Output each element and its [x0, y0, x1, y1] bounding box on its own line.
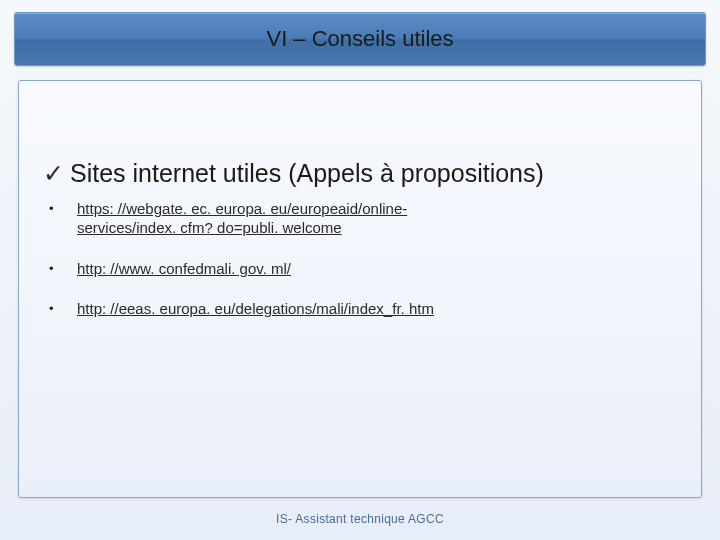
footer-text: IS- Assistant technique AGCC [0, 512, 720, 526]
heading-text: Sites internet utiles (Appels à proposit… [70, 159, 544, 188]
link-list: • https: //webgate. ec. europa. eu/europ… [43, 200, 677, 319]
bullet-icon: • [49, 300, 77, 318]
link-0[interactable]: https: //webgate. ec. europa. eu/europea… [77, 200, 497, 238]
bullet-icon: • [49, 260, 77, 278]
section-heading: ✓ Sites internet utiles (Appels à propos… [43, 159, 677, 188]
title-bar: VI – Conseils utiles [14, 12, 706, 66]
slide-title: VI – Conseils utiles [266, 26, 453, 52]
checkmark-icon: ✓ [43, 161, 64, 186]
list-item: • http: //eeas. europa. eu/delegations/m… [49, 300, 677, 319]
link-2[interactable]: http: //eeas. europa. eu/delegations/mal… [77, 300, 434, 319]
bullet-icon: • [49, 200, 77, 218]
list-item: • https: //webgate. ec. europa. eu/europ… [49, 200, 677, 238]
slide: VI – Conseils utiles ✓ Sites internet ut… [0, 0, 720, 540]
content-box: ✓ Sites internet utiles (Appels à propos… [18, 80, 702, 498]
link-1[interactable]: http: //www. confedmali. gov. ml/ [77, 260, 291, 279]
list-item: • http: //www. confedmali. gov. ml/ [49, 260, 677, 279]
